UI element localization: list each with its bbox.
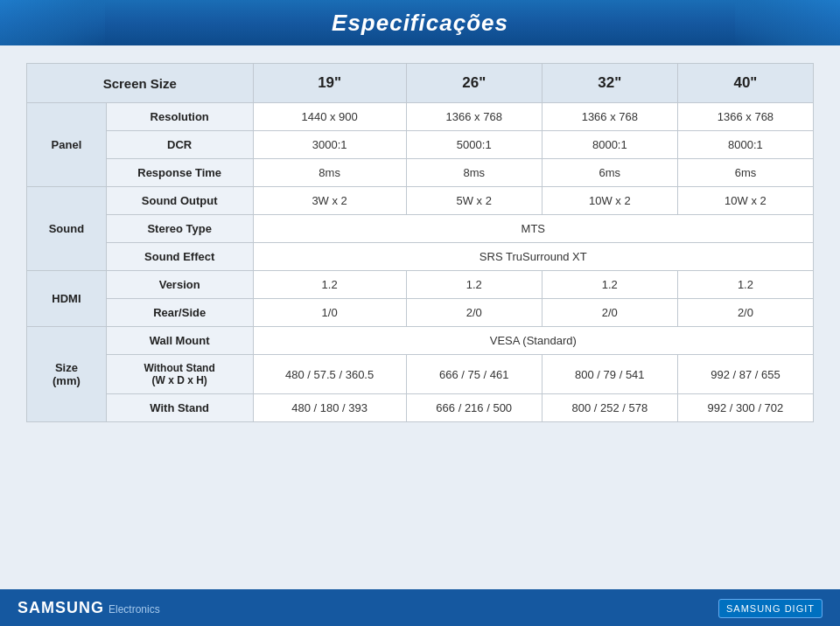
sound-output-label: Sound Output	[106, 187, 253, 215]
response-time-32: 6ms	[542, 159, 677, 187]
with-stand-19: 480 / 180 / 393	[253, 394, 406, 422]
header: Especificações	[0, 0, 840, 45]
sound-effect-label: Sound Effect	[106, 243, 253, 271]
digit-logo: SAMSUNG DIGIT	[718, 599, 822, 618]
sound-group-label: Sound	[27, 187, 107, 271]
dcr-40: 8000:1	[677, 131, 813, 159]
table-row: Rear/Side 1/0 2/0 2/0 2/0	[27, 299, 814, 327]
table-row: Stereo Type MTS	[27, 215, 814, 243]
rear-side-label: Rear/Side	[106, 299, 253, 327]
with-stand-40: 992 / 300 / 702	[677, 394, 813, 422]
dcr-26: 5000:1	[406, 131, 542, 159]
version-label: Version	[106, 271, 253, 299]
rear-side-19: 1/0	[253, 299, 406, 327]
hdmi-group-label: HDMI	[27, 271, 107, 327]
footer-brand: SAMSUNG Electronics	[18, 599, 160, 617]
panel-group-label: Panel	[27, 103, 107, 187]
wall-mount-label: Wall Mount	[106, 327, 253, 355]
stereo-type-label: Stereo Type	[106, 215, 253, 243]
table-row: Panel Resolution 1440 x 900 1366 x 768 1…	[27, 103, 814, 131]
version-40: 1.2	[677, 271, 813, 299]
dcr-label: DCR	[106, 131, 253, 159]
resolution-26: 1366 x 768	[406, 103, 542, 131]
electronics-label: Electronics	[108, 603, 160, 616]
screen-size-row: Screen Size 19" 26" 32" 40"	[27, 64, 814, 103]
with-stand-26: 666 / 216 / 500	[406, 394, 542, 422]
dcr-32: 8000:1	[542, 131, 677, 159]
table-row: Size (mm) Wall Mount VESA (Standard)	[27, 327, 814, 355]
resolution-19: 1440 x 900	[253, 103, 406, 131]
version-26: 1.2	[406, 271, 542, 299]
table-row: Sound Effect SRS TruSurround XT	[27, 243, 814, 271]
col-40-header: 40"	[677, 64, 813, 103]
with-stand-label: With Stand	[106, 394, 253, 422]
without-stand-26: 666 / 75 / 461	[406, 355, 542, 394]
table-row: DCR 3000:1 5000:1 8000:1 8000:1	[27, 131, 814, 159]
rear-side-32: 2/0	[542, 299, 677, 327]
footer-right-logo: SAMSUNG DIGIT	[718, 602, 822, 615]
resolution-32: 1366 x 768	[542, 103, 677, 131]
resolution-label: Resolution	[106, 103, 253, 131]
sound-output-32: 10W x 2	[542, 187, 677, 215]
table-row: Without Stand (W x D x H) 480 / 57.5 / 3…	[27, 355, 814, 394]
col-26-header: 26"	[406, 64, 542, 103]
wall-mount-value: VESA (Standard)	[253, 327, 813, 355]
without-stand-32: 800 / 79 / 541	[542, 355, 677, 394]
table-row: With Stand 480 / 180 / 393 666 / 216 / 5…	[27, 394, 814, 422]
col-32-header: 32"	[542, 64, 677, 103]
resolution-40: 1366 x 768	[677, 103, 813, 131]
sound-effect-value: SRS TruSurround XT	[253, 243, 813, 271]
samsung-logo: SAMSUNG	[18, 599, 104, 617]
version-19: 1.2	[253, 271, 406, 299]
main-content: Screen Size 19" 26" 32" 40" Panel Resolu…	[0, 45, 840, 440]
spec-table: Screen Size 19" 26" 32" 40" Panel Resolu…	[26, 63, 814, 422]
rear-side-26: 2/0	[406, 299, 542, 327]
without-stand-label: Without Stand (W x D x H)	[106, 355, 253, 394]
page-title: Especificações	[332, 10, 508, 37]
response-time-26: 8ms	[406, 159, 542, 187]
stereo-type-value: MTS	[253, 215, 813, 243]
footer: SAMSUNG Electronics SAMSUNG DIGIT	[0, 589, 840, 626]
table-row: HDMI Version 1.2 1.2 1.2 1.2	[27, 271, 814, 299]
col-19-header: 19"	[253, 64, 406, 103]
response-time-40: 6ms	[677, 159, 813, 187]
dcr-19: 3000:1	[253, 131, 406, 159]
sound-output-26: 5W x 2	[406, 187, 542, 215]
without-stand-40: 992 / 87 / 655	[677, 355, 813, 394]
response-time-label: Response Time	[106, 159, 253, 187]
response-time-19: 8ms	[253, 159, 406, 187]
version-32: 1.2	[542, 271, 677, 299]
sound-output-19: 3W x 2	[253, 187, 406, 215]
screen-size-label: Screen Size	[27, 64, 254, 103]
without-stand-19: 480 / 57.5 / 360.5	[253, 355, 406, 394]
size-group-label: Size (mm)	[27, 327, 107, 422]
table-row: Response Time 8ms 8ms 6ms 6ms	[27, 159, 814, 187]
table-row: Sound Sound Output 3W x 2 5W x 2 10W x 2…	[27, 187, 814, 215]
sound-output-40: 10W x 2	[677, 187, 813, 215]
rear-side-40: 2/0	[677, 299, 813, 327]
with-stand-32: 800 / 252 / 578	[542, 394, 677, 422]
